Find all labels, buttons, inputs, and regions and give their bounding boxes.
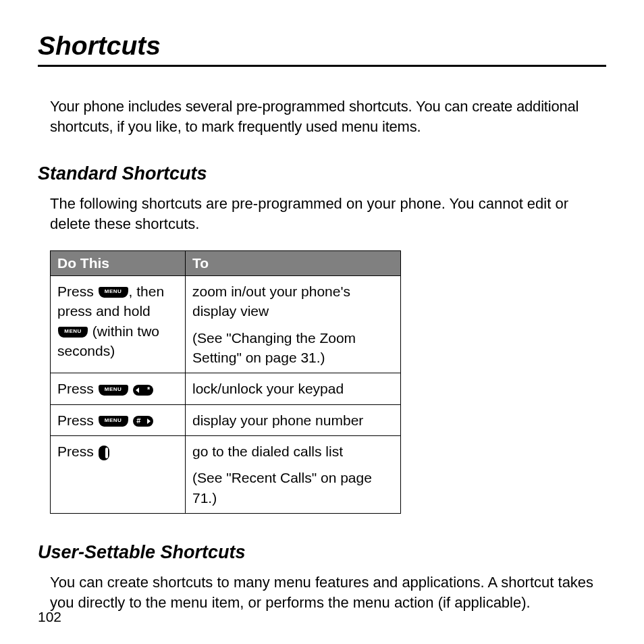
text: Press [57,381,98,396]
table-row: Press * lock/unlock your keypad [51,373,401,404]
star-key-icon: * [133,385,153,396]
table-row: Press # display your phone number [51,404,401,435]
cell-do-this: Press [51,436,186,514]
text: Press [57,412,98,428]
menu-key-icon [58,327,88,338]
section-paragraph: You can create shortcuts to many menu fe… [50,572,598,612]
cell-to: display your phone number [186,404,401,435]
send-key-icon [99,446,109,460]
cell-do-this: Press # [51,404,186,435]
text: (See "Changing the Zoom Setting" on page… [192,328,394,368]
section-heading-user-settable-shortcuts: User-Settable Shortcuts [38,542,606,563]
text: Press [57,284,98,299]
page-number: 102 [38,609,61,625]
cell-to: go to the dialed calls list (See "Recent… [186,436,401,514]
shortcuts-table: Do This To Press , then press and hold (… [50,250,401,514]
text: go to the dialed calls list [192,441,394,461]
menu-key-icon [99,287,128,298]
cell-to: lock/unlock your keypad [186,373,401,404]
table-row: Press go to the dialed calls list (See "… [51,436,401,514]
cell-to: zoom in/out your phone's display view (S… [186,275,401,373]
cell-do-this: Press , then press and hold (within two … [51,275,186,373]
intro-paragraph: Your phone includes several pre-programm… [50,97,598,136]
hash-key-icon: # [133,416,153,427]
table-row: Press , then press and hold (within two … [51,275,401,373]
table-header-do-this: Do This [51,250,186,275]
cell-do-this: Press * [51,373,186,404]
section-heading-standard-shortcuts: Standard Shortcuts [38,163,606,184]
menu-key-icon [99,385,128,396]
text: zoom in/out your phone's display view [192,281,394,321]
table-header-to: To [186,250,401,275]
text: lock/unlock your keypad [192,379,394,398]
menu-key-icon [99,416,128,427]
text: display your phone number [192,410,394,430]
section-paragraph: The following shortcuts are pre-programm… [50,194,598,234]
page-title: Shortcuts [38,31,606,67]
text: Press [57,444,98,459]
text: (See "Recent Calls" on page 71.) [192,468,394,508]
